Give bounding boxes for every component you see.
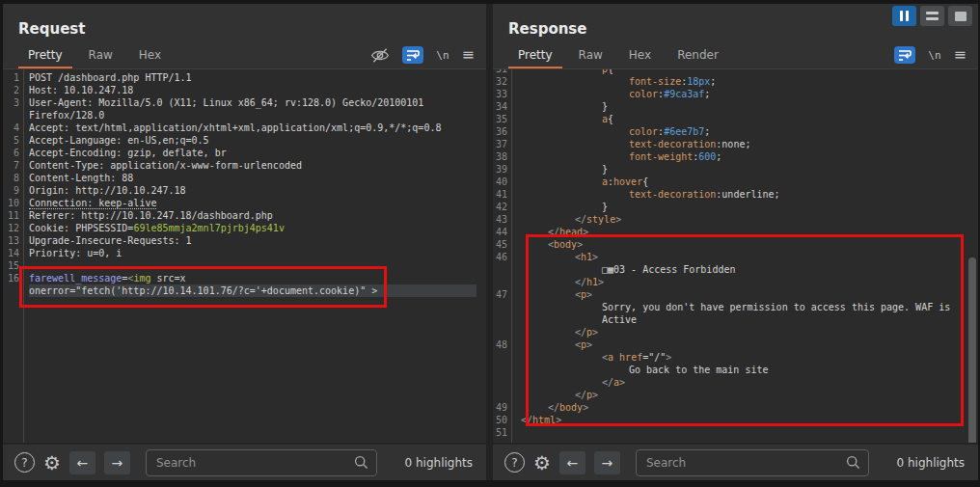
code-line: Sorry, you don't have permission to acce… [521,301,978,313]
line-number: 36 [493,125,511,138]
help-icon[interactable]: ? [14,452,35,473]
request-tab-bar: PrettyRawHex [18,44,486,68]
search-icon [354,455,368,470]
line-number: 6 [3,147,23,159]
line-number: 2 [3,84,23,96]
line-number: 15 [3,259,23,272]
line-number: 38 [493,150,511,163]
gear-icon[interactable]: ⚙ [533,453,551,473]
response-editor[interactable]: 3132333435363738394041424344454647484950… [493,68,978,443]
line-number: 11 [3,209,23,222]
line-number: 8 [3,172,23,184]
code-line: Upgrade-Insecure-Requests: 1 [29,234,486,247]
code-line: text-decoration:underline; [521,188,978,201]
line-number: 49 [493,401,511,414]
newline-glyph-icon[interactable]: \n [928,49,940,62]
line-number: 7 [3,159,23,172]
tab-raw[interactable]: Raw [79,48,122,68]
line-number: 3 [3,96,23,109]
next-match-button[interactable]: → [594,451,620,474]
response-line-gutter: 3132333435363738394041424344454647484950… [493,69,512,443]
code-line: Priority: u=0, i [29,247,486,259]
line-number [493,301,511,313]
code-line: □▦03 - Access Forbidden [521,263,978,276]
tab-pretty[interactable]: Pretty [18,48,72,68]
response-header: Response PrettyRawHexRender \n ≡ [493,4,978,68]
code-line: Accept-Language: en-US,en;q=0.5 [29,134,486,147]
tab-hex[interactable]: Hex [129,48,171,68]
highlights-count: 0 highlights [897,456,965,470]
line-number: 9 [3,184,23,197]
line-number [493,276,511,288]
code-line: Content-Type: application/x-www-form-url… [29,159,486,172]
word-wrap-icon[interactable] [894,46,915,64]
line-number: 16 [3,272,23,284]
line-number: 14 [3,247,23,259]
code-line: Cookie: PHPSESSID=69le85mmja2mnl7pjrbj4p… [29,222,486,234]
gear-icon[interactable]: ⚙ [43,453,61,473]
rows-layout-button[interactable] [920,6,944,26]
previous-match-button[interactable]: ← [69,451,95,474]
code-line: font-weight:600; [521,150,978,163]
vertical-scrollbar[interactable] [968,257,976,443]
code-line: <p> [521,338,978,351]
help-icon[interactable]: ? [504,452,525,473]
code-line: </html> [521,414,978,426]
line-number [493,364,511,376]
response-search-bar: ? ⚙ ← → 0 highlights [493,443,978,480]
code-line: </body> [521,401,978,414]
code-line: } [521,100,978,113]
search-input[interactable] [147,456,376,470]
tab-raw[interactable]: Raw [569,48,612,68]
line-number: 45 [493,238,511,251]
panel-splitter[interactable] [486,4,493,480]
line-number [3,109,23,122]
code-line: </style> [521,213,978,226]
request-search-bar: ? ⚙ ← → 0 highlights [3,443,486,480]
code-line: Firefox/128.0 [29,109,486,122]
request-title: Request [18,20,486,44]
line-number: 35 [493,113,511,125]
request-line-gutter: 12345678910111213141516 [3,69,24,443]
hide-nonprintable-icon[interactable] [370,47,390,64]
menu-icon[interactable]: ≡ [954,48,966,62]
code-line: <a href="/"> [521,351,978,364]
single-pane-layout-button[interactable] [948,6,972,26]
line-number [493,351,511,364]
tab-render[interactable]: Render [667,48,728,68]
next-match-button[interactable]: → [104,451,130,474]
columns-layout-button[interactable] [892,6,916,26]
line-number [493,263,511,276]
code-line: Origin: http://10.10.247.18 [29,184,486,197]
code-line: Accept-Encoding: gzip, deflate, br [29,147,486,159]
previous-match-button[interactable]: ← [559,451,585,474]
code-line: Accept: text/html,application/xhtml+xml,… [29,122,486,134]
code-line: </head> [521,226,978,238]
tab-pretty[interactable]: Pretty [508,48,562,68]
line-number: 5 [3,134,23,147]
response-panel: Response PrettyRawHexRender \n ≡ [493,4,978,480]
line-number: 1 [3,71,23,84]
request-editor[interactable]: 12345678910111213141516 POST /dashboard.… [3,68,486,443]
request-header: Request PrettyRawHex [3,4,486,68]
tab-hex[interactable]: Hex [619,48,661,68]
code-line: } [521,201,978,213]
line-number: 32 [493,75,511,88]
line-number [493,313,511,326]
highlights-count: 0 highlights [405,456,473,470]
word-wrap-icon[interactable] [402,46,423,64]
line-number: 10 [3,197,23,209]
request-panel: Request PrettyRawHex [3,4,486,480]
line-number: 42 [493,201,511,213]
line-number: 40 [493,176,511,188]
newline-glyph-icon[interactable]: \n [436,49,449,62]
code-line: Go back to the main site [521,364,978,376]
response-tab-bar: PrettyRawHexRender \n ≡ [508,44,978,68]
search-input[interactable] [637,456,868,470]
code-line: </p> [521,326,978,338]
code-line: font-size:18px; [521,75,978,88]
line-number: 43 [493,213,511,226]
code-line: farewell_message=<img src=x [29,272,486,284]
menu-icon[interactable]: ≡ [462,48,475,62]
line-number [493,326,511,338]
